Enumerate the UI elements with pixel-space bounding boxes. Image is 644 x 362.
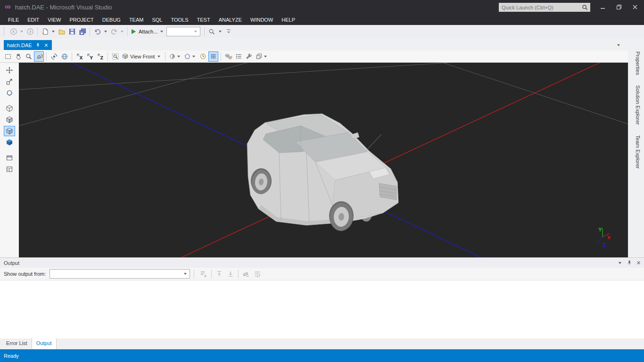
undo-dropdown[interactable] xyxy=(104,31,107,33)
restore-button[interactable] xyxy=(611,0,627,14)
attach-dropdown[interactable] xyxy=(160,31,163,33)
next-message-button[interactable] xyxy=(225,269,236,279)
minimize-button[interactable] xyxy=(595,0,611,14)
window-position-chevron-icon[interactable] xyxy=(619,262,621,264)
menu-view[interactable]: VIEW xyxy=(43,15,65,25)
save-all-icon xyxy=(79,28,86,35)
tab-list-chevron-icon[interactable] xyxy=(617,44,620,46)
menu-help[interactable]: HELP xyxy=(277,15,299,25)
pin-icon[interactable] xyxy=(35,42,41,48)
car-model[interactable] xyxy=(247,114,398,232)
search-icon[interactable] xyxy=(582,4,588,11)
clear-all-button[interactable] xyxy=(240,269,252,279)
navigate-back-button[interactable] xyxy=(8,26,18,37)
tab-output[interactable]: Output xyxy=(32,338,57,349)
output-toolbar: Show output from: xyxy=(0,268,644,280)
solid-cube-button[interactable] xyxy=(4,137,15,148)
find-dropdown[interactable] xyxy=(219,31,222,33)
goto-message-button[interactable] xyxy=(198,269,209,279)
smooth-shaded-cube-button[interactable] xyxy=(4,126,15,136)
attach-button[interactable]: Attach... xyxy=(130,26,158,37)
close-button[interactable] xyxy=(627,0,643,14)
orbit-button[interactable] xyxy=(34,51,44,62)
toolbar-grip[interactable] xyxy=(4,27,6,36)
orbit-selection-button[interactable] xyxy=(49,51,59,62)
menu-tools[interactable]: TOOLS xyxy=(166,15,192,25)
close-tab-icon[interactable] xyxy=(44,43,49,48)
word-wrap-button[interactable] xyxy=(252,269,263,279)
menu-sql[interactable]: SQL xyxy=(148,15,166,25)
save-button[interactable] xyxy=(67,26,77,37)
scale-tool-button[interactable] xyxy=(4,76,15,87)
navigate-back-dropdown[interactable] xyxy=(20,31,23,33)
menu-file[interactable]: FILE xyxy=(4,15,23,25)
tab-team-explorer[interactable]: Team Explorer xyxy=(635,135,641,169)
marquee-select-button[interactable] xyxy=(3,51,13,62)
wrench-icon xyxy=(246,53,253,60)
close-panel-icon[interactable] xyxy=(636,260,641,265)
model-editor-toolbar: X Y Z V xyxy=(0,50,628,63)
flat-shaded-cube-button[interactable] xyxy=(4,115,15,125)
tab-error-list[interactable]: Error List xyxy=(2,338,32,349)
arrow-down-icon xyxy=(227,270,234,278)
quick-launch-box[interactable] xyxy=(499,3,590,12)
toggle-grid-button[interactable] xyxy=(208,51,218,62)
axis-z-icon: Z xyxy=(97,53,104,60)
undo-button[interactable] xyxy=(92,26,102,37)
tools-settings-button[interactable] xyxy=(244,51,254,62)
menu-edit[interactable]: EDIT xyxy=(23,15,43,25)
previous-message-button[interactable] xyxy=(214,269,225,279)
minimize-icon xyxy=(599,3,607,11)
navigate-forward-button[interactable] xyxy=(25,26,35,37)
outline-list-button[interactable] xyxy=(234,51,244,62)
split-view-button[interactable] xyxy=(4,164,15,174)
material-panel-button[interactable] xyxy=(4,153,15,163)
zoom-extents-button[interactable] xyxy=(110,51,120,62)
view-axis-z-button[interactable]: Z xyxy=(95,51,105,62)
toolbar-separator xyxy=(194,270,194,278)
scene-objects-button[interactable] xyxy=(223,51,233,62)
translate-tool-button[interactable] xyxy=(4,65,15,75)
zoom-button[interactable] xyxy=(24,51,33,62)
realtime-rendering-button[interactable] xyxy=(198,51,208,62)
toolbar-separator xyxy=(221,52,221,61)
document-tab-hatch-dae[interactable]: hatch.DAE xyxy=(4,40,52,50)
show-output-from-combobox[interactable] xyxy=(50,269,190,279)
new-file-dropdown[interactable] xyxy=(52,31,55,33)
tab-solution-explorer[interactable]: Solution Explorer xyxy=(635,85,641,125)
wireframe-mode-button[interactable] xyxy=(183,51,198,62)
shading-mode-button[interactable] xyxy=(168,51,182,62)
find-button[interactable] xyxy=(207,26,217,37)
save-icon xyxy=(68,28,76,35)
output-panel-header[interactable]: Output xyxy=(0,258,644,268)
save-all-button[interactable] xyxy=(77,26,87,37)
standard-toolbar: Attach... xyxy=(0,25,644,38)
menu-window[interactable]: WINDOW xyxy=(246,15,277,25)
open-file-button[interactable] xyxy=(57,26,66,37)
view-selector-button[interactable]: View Front xyxy=(121,51,163,62)
view-axis-x-button[interactable]: X xyxy=(74,51,84,62)
menu-debug[interactable]: DEBUG xyxy=(98,15,125,25)
menu-team[interactable]: TEAM xyxy=(125,15,148,25)
world-local-button[interactable] xyxy=(59,51,69,62)
wireframe-cube-button[interactable] xyxy=(4,103,15,114)
pan-button[interactable] xyxy=(13,51,23,62)
quick-launch-input[interactable] xyxy=(499,5,582,10)
menu-test[interactable]: TEST xyxy=(193,15,215,25)
toolbar-overflow-button[interactable] xyxy=(223,26,233,37)
new-file-button[interactable] xyxy=(40,26,50,37)
output-content[interactable] xyxy=(0,280,644,339)
view-axis-y-button[interactable]: Y xyxy=(85,51,95,62)
configuration-combobox[interactable] xyxy=(166,27,200,36)
duplicate-button[interactable] xyxy=(255,51,269,62)
tab-properties[interactable]: Properties xyxy=(635,51,641,75)
viewport-canvas[interactable]: Y x Z xyxy=(19,63,628,257)
redo-dropdown[interactable] xyxy=(121,31,124,33)
menu-analyze[interactable]: ANALYZE xyxy=(215,15,246,25)
pin-icon[interactable] xyxy=(627,260,632,266)
two-cubes-icon xyxy=(225,53,232,60)
model-viewport[interactable]: Y x Z xyxy=(19,63,628,257)
menu-project[interactable]: PROJECT xyxy=(65,15,98,25)
redo-button[interactable] xyxy=(109,26,119,37)
rotate-tool-button[interactable] xyxy=(4,88,15,98)
